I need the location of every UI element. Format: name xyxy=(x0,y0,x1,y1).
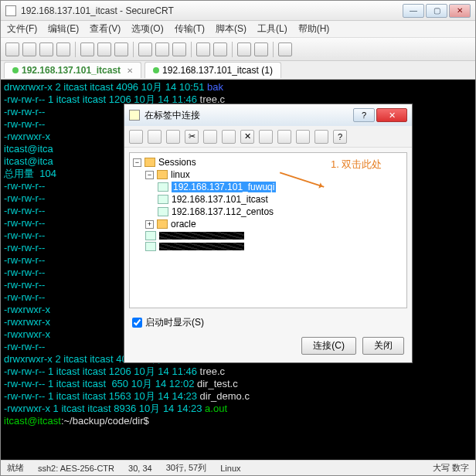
tree-label: Sessions xyxy=(158,157,196,168)
toolbar-icon[interactable] xyxy=(278,42,292,56)
toolbar-icon[interactable] xyxy=(138,42,152,56)
status-bar: 就绪 ssh2: AES-256-CTR 30, 34 30行, 57列 Lin… xyxy=(1,460,475,475)
toolbar-icon[interactable] xyxy=(97,42,111,56)
show-on-startup-row: 启动时显示(S) xyxy=(124,313,412,332)
status-dot-icon xyxy=(12,67,19,73)
menu-tools[interactable]: 工具(L) xyxy=(257,22,287,36)
collapse-icon[interactable]: − xyxy=(133,158,141,167)
cancel-button[interactable]: 关闭 xyxy=(362,337,404,355)
session-tab[interactable]: 192.168.137.101_itcast (1) xyxy=(144,62,281,78)
tab-bar: 192.168.137.101_itcast ✕ 192.168.137.101… xyxy=(1,61,475,80)
tree-folder-oracle[interactable]: +oracle xyxy=(133,218,403,230)
tree-label: 192.168.137.112_centos xyxy=(172,206,274,217)
dialog-icon xyxy=(129,110,140,121)
session-icon xyxy=(145,242,156,251)
folder-icon xyxy=(157,219,168,229)
window-title: 192.168.137.101_itcast - SecureCRT xyxy=(21,5,403,16)
show-on-startup-checkbox[interactable] xyxy=(132,318,142,328)
dialog-toolbar: ✂ ✕ ? xyxy=(124,126,412,148)
session-icon xyxy=(158,207,168,216)
close-button[interactable]: ✕ xyxy=(449,4,471,18)
toolbar-icon[interactable] xyxy=(213,42,227,56)
session-icon xyxy=(145,231,156,240)
status-pos: 30, 34 xyxy=(128,464,152,473)
minimize-button[interactable]: — xyxy=(403,4,424,18)
tree-session-redacted[interactable] xyxy=(133,241,403,252)
menu-help[interactable]: 帮助(H) xyxy=(298,22,330,36)
status-term: Linux xyxy=(220,464,240,473)
properties-icon[interactable] xyxy=(166,130,180,144)
help-icon[interactable]: ? xyxy=(333,130,347,144)
dialog-title: 在标签中连接 xyxy=(144,109,352,122)
toolbar-icon[interactable] xyxy=(114,42,128,56)
tab-title: 192.168.137.101_itcast (1) xyxy=(162,65,273,76)
copy-icon[interactable] xyxy=(203,130,217,144)
tree-session[interactable]: 192.168.137.112_centos xyxy=(133,206,403,218)
menu-edit[interactable]: 编辑(E) xyxy=(48,22,79,36)
options-icon[interactable] xyxy=(296,130,310,144)
redacted-text xyxy=(159,243,244,250)
session-icon xyxy=(158,195,168,204)
menu-view[interactable]: 查看(V) xyxy=(90,22,121,36)
toolbar-icon[interactable] xyxy=(80,42,94,56)
tab-title: 192.168.137.101_itcast xyxy=(22,65,121,76)
toolbar-icon[interactable] xyxy=(155,42,169,56)
paste-icon[interactable] xyxy=(222,130,236,144)
expand-icon[interactable]: + xyxy=(145,220,154,229)
tab-close-icon[interactable]: ✕ xyxy=(127,66,133,75)
cut-icon[interactable]: ✂ xyxy=(185,130,199,144)
tree-session[interactable]: 192.168.137.101_itcast xyxy=(133,193,403,206)
annotation-text: 1. 双击此处 xyxy=(331,158,382,172)
toolbar-icon[interactable] xyxy=(254,42,268,56)
tree-label: linux xyxy=(171,169,190,180)
find-icon[interactable] xyxy=(277,130,291,144)
menu-script[interactable]: 脚本(S) xyxy=(216,22,246,36)
status-caps: 大写 数字 xyxy=(433,462,469,474)
menu-file[interactable]: 文件(F) xyxy=(7,22,37,36)
dialog-close-button[interactable]: ✕ xyxy=(376,108,407,122)
dialog-title-bar: 在标签中连接 ? ✕ xyxy=(124,104,412,126)
toolbar-icon[interactable] xyxy=(5,42,19,56)
connect-button[interactable]: 连接(C) xyxy=(301,337,356,355)
tree-label: oracle xyxy=(171,219,196,230)
folder-icon xyxy=(144,158,155,167)
toolbar-separator xyxy=(273,42,274,57)
session-tab-active[interactable]: 192.168.137.101_itcast ✕ xyxy=(4,62,141,78)
new-session-icon[interactable] xyxy=(129,130,143,144)
view-icon[interactable] xyxy=(314,130,328,144)
toolbar-icon[interactable] xyxy=(196,42,210,56)
collapse-icon[interactable]: − xyxy=(145,171,154,179)
tree-label: 192.168.137.101_itcast xyxy=(172,194,268,205)
toolbar-icon[interactable] xyxy=(39,42,53,56)
tree-session-selected[interactable]: 192.168.137.101_fuwuqi xyxy=(133,181,403,193)
toolbar-icon[interactable] xyxy=(56,42,70,56)
toolbar-icon[interactable] xyxy=(172,42,186,56)
menu-options[interactable]: 选项(O) xyxy=(131,22,163,36)
status-dot-icon xyxy=(153,67,159,73)
redacted-text xyxy=(159,232,244,240)
new-folder-icon[interactable] xyxy=(148,130,162,144)
maximize-button[interactable]: ▢ xyxy=(426,4,447,18)
app-icon xyxy=(5,5,16,16)
checkbox-label: 启动时显示(S) xyxy=(145,316,204,329)
menu-bar: 文件(F) 编辑(E) 查看(V) 选项(O) 传输(T) 脚本(S) 工具(L… xyxy=(1,21,475,38)
status-size: 30行, 57列 xyxy=(166,462,207,474)
folder-icon xyxy=(157,170,168,179)
toolbar-separator xyxy=(133,42,134,57)
session-tree[interactable]: 1. 双击此处 −Sessions −linux 192.168.137.101… xyxy=(129,152,407,308)
toolbar-separator xyxy=(191,42,192,57)
connect-dialog: 在标签中连接 ? ✕ ✂ ✕ ? 1. 双击此处 −Sessions −linu… xyxy=(124,104,413,363)
toolbar-icon[interactable] xyxy=(237,42,251,56)
tree-label: 192.168.137.101_fuwuqi xyxy=(172,182,276,192)
title-bar: 192.168.137.101_itcast - SecureCRT — ▢ ✕ xyxy=(1,1,475,21)
menu-transfer[interactable]: 传输(T) xyxy=(175,22,205,36)
window-controls: — ▢ ✕ xyxy=(403,4,471,18)
toolbar-icon[interactable] xyxy=(22,42,36,56)
status-ready: 就绪 xyxy=(7,462,24,474)
tree-session-redacted[interactable] xyxy=(133,230,403,241)
status-ssh: ssh2: AES-256-CTR xyxy=(38,464,114,473)
delete-icon[interactable]: ✕ xyxy=(240,130,254,144)
dialog-help-button[interactable]: ? xyxy=(353,108,375,122)
settings-icon[interactable] xyxy=(259,130,273,144)
toolbar-separator xyxy=(232,42,233,57)
